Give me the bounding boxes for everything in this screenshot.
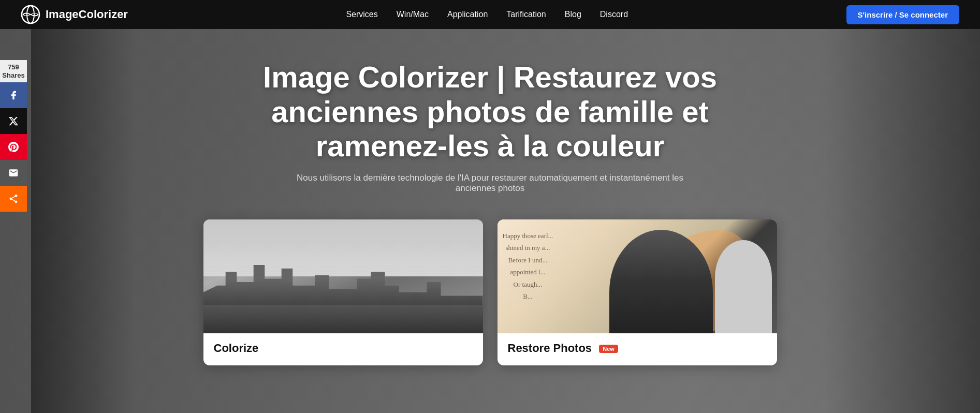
child-silhouette [715, 240, 772, 333]
restore-card-footer: Restore Photos New [498, 333, 777, 365]
colorize-card[interactable]: Colorize [203, 219, 483, 365]
hero-title: Image Colorizer | Restaurez vos ancienne… [206, 60, 775, 164]
pinterest-share-button[interactable] [0, 134, 27, 160]
logo[interactable]: ImageColorizer [21, 5, 128, 24]
shares-count: 759 Shares [0, 60, 27, 82]
nav-discord[interactable]: Discord [600, 10, 628, 19]
nav-tarification[interactable]: Tarification [506, 10, 546, 19]
colorize-card-footer: Colorize [203, 333, 483, 365]
nav-blog[interactable]: Blog [565, 10, 581, 19]
navbar: ImageColorizer Services Win/Mac Applicat… [0, 0, 980, 29]
restore-card-image: Happy those earl... shined in my a... Be… [498, 219, 777, 333]
facebook-share-button[interactable] [0, 82, 27, 108]
colorize-card-image [203, 219, 483, 333]
restore-text-overlay: Happy those earl... shined in my a... Be… [503, 230, 553, 302]
hero-content: Image Colorizer | Restaurez vos ancienne… [0, 29, 980, 413]
logo-icon [21, 5, 40, 24]
city-road [203, 305, 483, 333]
nav-links: Services Win/Mac Application Tarificatio… [346, 10, 628, 19]
nav-winmac[interactable]: Win/Mac [397, 10, 429, 19]
nav-services[interactable]: Services [346, 10, 377, 19]
nav-application[interactable]: Application [447, 10, 488, 19]
city-buildings [203, 265, 483, 333]
city-sky [203, 219, 483, 276]
hero-subtitle: Nous utilisons la dernière technologie d… [283, 173, 697, 194]
restore-card[interactable]: Happy those earl... shined in my a... Be… [498, 219, 777, 365]
signup-button[interactable]: S'inscrire / Se connecter [846, 5, 959, 24]
email-share-button[interactable] [0, 160, 27, 186]
colorize-label: Colorize [214, 342, 259, 355]
restore-label: Restore Photos New [508, 342, 618, 355]
new-badge: New [599, 345, 618, 353]
city-illustration [203, 219, 483, 333]
social-sidebar: 759 Shares [0, 60, 27, 212]
twitter-share-button[interactable] [0, 108, 27, 134]
logo-text: ImageColorizer [46, 8, 128, 21]
share-button[interactable] [0, 186, 27, 212]
cards-row: Colorize Happy those earl... shined in m… [203, 219, 777, 365]
hero-section: 759 Shares Image Colorizer | Restaurez v… [0, 29, 980, 413]
